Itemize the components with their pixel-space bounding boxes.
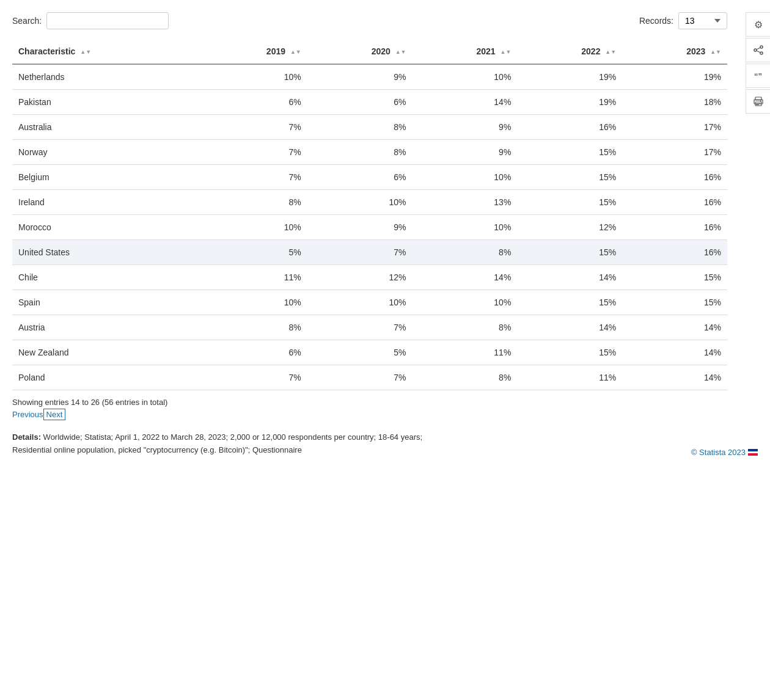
- share-button[interactable]: [746, 38, 770, 62]
- cell-value: 7%: [307, 365, 413, 390]
- cell-value: 9%: [413, 140, 518, 165]
- cell-characteristic: Belgium: [12, 165, 202, 190]
- pagination-links: PreviousNext: [12, 409, 727, 419]
- cell-characteristic: Pakistan: [12, 90, 202, 115]
- table-row: Pakistan6%6%14%19%18%: [12, 90, 727, 115]
- cell-value: 19%: [517, 64, 622, 90]
- table-row: Australia7%8%9%16%17%: [12, 115, 727, 140]
- cell-value: 10%: [307, 190, 413, 215]
- cell-value: 14%: [622, 315, 727, 340]
- cell-value: 6%: [202, 340, 307, 365]
- cell-characteristic: Chile: [12, 265, 202, 290]
- previous-link[interactable]: Previous: [12, 410, 43, 419]
- cell-value: 10%: [413, 290, 518, 315]
- col-header-2023[interactable]: 2023 ▲▼: [622, 39, 727, 64]
- cell-characteristic: Austria: [12, 315, 202, 340]
- cell-value: 7%: [202, 140, 307, 165]
- cell-value: 10%: [202, 64, 307, 90]
- details-label: Details:: [12, 432, 41, 442]
- table-row: Morocco10%9%10%12%16%: [12, 215, 727, 240]
- cite-button[interactable]: “”: [746, 64, 770, 88]
- statista-flag-icon: [748, 449, 758, 456]
- col-header-2020[interactable]: 2020 ▲▼: [307, 39, 413, 64]
- search-label: Search:: [12, 16, 42, 26]
- cell-value: 8%: [307, 140, 413, 165]
- cell-value: 14%: [622, 365, 727, 390]
- table-row: Chile11%12%14%14%15%: [12, 265, 727, 290]
- cell-characteristic: Australia: [12, 115, 202, 140]
- table-row: Austria8%7%8%14%14%: [12, 315, 727, 340]
- cell-value: 9%: [307, 215, 413, 240]
- cell-value: 15%: [517, 190, 622, 215]
- cell-value: 13%: [413, 190, 518, 215]
- col-header-characteristic[interactable]: Characteristic ▲▼: [12, 39, 202, 64]
- cell-value: 7%: [307, 315, 413, 340]
- col-header-2022[interactable]: 2022 ▲▼: [517, 39, 622, 64]
- cell-value: 17%: [622, 115, 727, 140]
- cell-value: 15%: [622, 290, 727, 315]
- cell-value: 16%: [622, 190, 727, 215]
- cell-value: 8%: [413, 315, 518, 340]
- cell-value: 14%: [413, 265, 518, 290]
- cell-value: 12%: [307, 265, 413, 290]
- cell-value: 7%: [202, 165, 307, 190]
- cell-value: 10%: [413, 165, 518, 190]
- cell-value: 10%: [413, 215, 518, 240]
- cell-characteristic: United States: [12, 240, 202, 265]
- cell-value: 6%: [307, 165, 413, 190]
- cell-value: 6%: [307, 90, 413, 115]
- cell-value: 9%: [307, 64, 413, 90]
- sort-icon-characteristic: ▲▼: [80, 49, 91, 55]
- cell-value: 16%: [622, 165, 727, 190]
- cell-value: 8%: [413, 365, 518, 390]
- cell-value: 19%: [517, 90, 622, 115]
- cell-characteristic: Ireland: [12, 190, 202, 215]
- print-button[interactable]: [746, 89, 770, 114]
- settings-button[interactable]: ⚙: [746, 12, 770, 37]
- cell-value: 14%: [413, 90, 518, 115]
- search-group: Search:: [12, 12, 169, 29]
- table-row: Norway7%8%9%15%17%: [12, 140, 727, 165]
- svg-point-0: [760, 46, 763, 48]
- svg-rect-8: [756, 103, 761, 104]
- cell-characteristic: Netherlands: [12, 64, 202, 90]
- records-group: Records: 13 25 50 100: [639, 12, 727, 29]
- svg-line-4: [757, 51, 760, 53]
- col-header-2019[interactable]: 2019 ▲▼: [202, 39, 307, 64]
- cell-value: 11%: [413, 340, 518, 365]
- cell-value: 10%: [202, 215, 307, 240]
- next-link[interactable]: Next: [43, 409, 66, 420]
- cell-value: 5%: [202, 240, 307, 265]
- records-select[interactable]: 13 25 50 100: [678, 12, 727, 29]
- table-row: Poland7%7%8%11%14%: [12, 365, 727, 390]
- table-row: Ireland8%10%13%15%16%: [12, 190, 727, 215]
- cell-characteristic: New Zealand: [12, 340, 202, 365]
- data-table: Characteristic ▲▼ 2019 ▲▼ 2020 ▲▼ 2021 ▲…: [12, 39, 727, 390]
- col-header-2021[interactable]: 2021 ▲▼: [413, 39, 518, 64]
- cell-value: 11%: [202, 265, 307, 290]
- toolbar: Search: Records: 13 25 50 100: [12, 12, 727, 29]
- cell-value: 10%: [413, 64, 518, 90]
- cell-value: 7%: [307, 240, 413, 265]
- sort-icon-2019: ▲▼: [290, 49, 301, 55]
- sort-icon-2020: ▲▼: [395, 49, 406, 55]
- cell-value: 15%: [517, 240, 622, 265]
- cell-value: 8%: [413, 240, 518, 265]
- cell-value: 14%: [517, 265, 622, 290]
- table-row: Netherlands10%9%10%19%19%: [12, 64, 727, 90]
- cell-value: 7%: [202, 365, 307, 390]
- search-input[interactable]: [46, 12, 169, 29]
- footer-copyright: © Statista 2023: [691, 448, 758, 457]
- cell-value: 16%: [622, 240, 727, 265]
- cell-value: 14%: [517, 315, 622, 340]
- sort-icon-2022: ▲▼: [605, 49, 616, 55]
- pagination-info: Showing entries 14 to 26 (56 entries in …: [12, 398, 727, 407]
- side-icon-panel: ⚙ “”: [746, 12, 770, 114]
- svg-point-10: [760, 101, 761, 102]
- cell-value: 8%: [307, 115, 413, 140]
- records-label: Records:: [639, 16, 673, 26]
- svg-point-2: [760, 52, 763, 54]
- cell-value: 6%: [202, 90, 307, 115]
- cell-value: 15%: [517, 290, 622, 315]
- cell-characteristic: Morocco: [12, 215, 202, 240]
